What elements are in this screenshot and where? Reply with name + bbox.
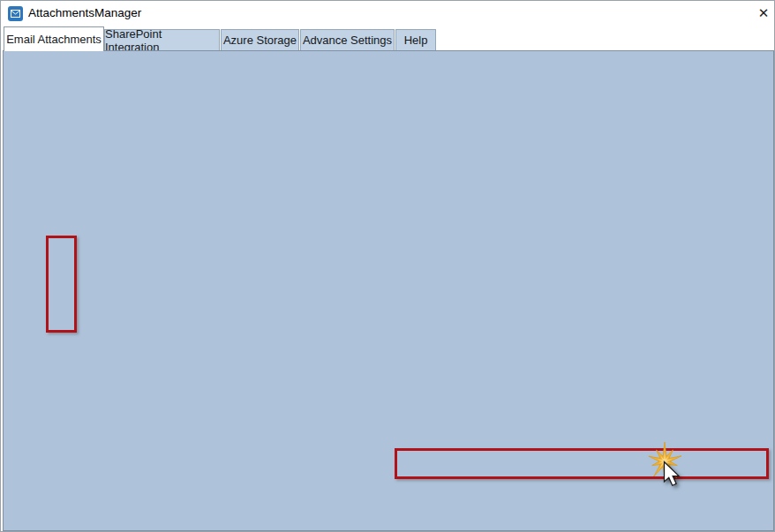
tab-strip: Email Attachments SharePoint Integration… xyxy=(1,26,775,50)
tab-label: Help xyxy=(404,34,428,47)
tab-sharepoint-integration[interactable]: SharePoint Integration xyxy=(104,29,220,50)
email-attachments-page xyxy=(3,50,774,531)
tab-advance-settings[interactable]: Advance Settings xyxy=(300,29,395,50)
tab-email-attachments[interactable]: Email Attachments xyxy=(4,26,104,51)
tab-label: Advance Settings xyxy=(303,34,392,47)
close-icon[interactable]: ✕ xyxy=(753,3,774,24)
app-envelope-icon xyxy=(8,6,23,21)
tab-label: Azure Storage xyxy=(223,34,297,47)
tab-azure-storage[interactable]: Azure Storage xyxy=(221,29,299,50)
window-title: AttachmentsManager xyxy=(28,1,141,26)
tab-help[interactable]: Help xyxy=(395,29,436,50)
attachments-manager-window: AttachmentsManager ✕ Email Attachments S… xyxy=(0,0,775,532)
tab-label: SharePoint Integration xyxy=(105,27,219,54)
title-bar: AttachmentsManager ✕ xyxy=(1,1,775,26)
tab-label: Email Attachments xyxy=(6,33,102,46)
